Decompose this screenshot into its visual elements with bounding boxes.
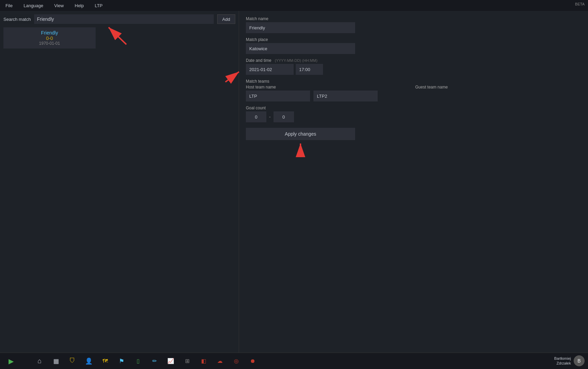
goal-away-input[interactable] (274, 111, 294, 122)
teams-label-row: Host team name Guest team name (246, 85, 581, 90)
user-name: BartłomiejZdrzałek (554, 356, 571, 366)
match-item-name: Friendly (8, 30, 92, 36)
record-icon[interactable]: ⏺ (247, 356, 258, 367)
match-name-label: Match name (246, 16, 581, 21)
grid-icon[interactable]: ▦ (51, 356, 61, 367)
match-name-input[interactable] (246, 22, 355, 33)
match-item-score: 0-0 (8, 36, 92, 41)
table-icon[interactable]: ⊞ (182, 356, 193, 367)
shield-icon[interactable]: ⛉ (67, 356, 78, 367)
datetime-label: Date and time (246, 58, 271, 63)
search-label: Search match (3, 17, 31, 22)
match-place-group: Match place (246, 37, 581, 54)
time-input[interactable] (296, 64, 323, 75)
match-place-input[interactable] (246, 43, 355, 54)
goal-separator: - (269, 114, 271, 120)
date-input[interactable] (246, 64, 294, 75)
apply-changes-button[interactable]: Apply changes (246, 128, 355, 140)
match-teams-label: Match teams (246, 79, 581, 84)
teams-section: Match teams Host team name Guest team na… (246, 79, 581, 101)
menu-language[interactable]: Language (22, 2, 45, 10)
match-list-item[interactable]: Friendly 0-0 1970-01-01 (3, 27, 96, 49)
datetime-label-row: Date and time (YYYY-MM-DD) (HH:MM) (246, 58, 581, 63)
bottom-bar: ▶ ⌂ ▦ ⛉ 👤 🗺 ⚑ ▯ ✏ 📈 ⊞ ◧ ☁ ◎ ⏺ Bartłomiej… (0, 353, 588, 369)
layers-icon[interactable]: ◧ (198, 356, 209, 367)
left-panel: Search match Add Friendly 0-0 1970-01-01 (0, 11, 239, 353)
card-icon[interactable]: ▯ (132, 356, 143, 367)
play-icon[interactable]: ▶ (5, 356, 16, 367)
cloud-icon[interactable]: ☁ (214, 356, 225, 367)
goal-row: - (246, 111, 581, 122)
main-container: Search match Add Friendly 0-0 1970-01-01… (0, 11, 588, 353)
datetime-format: (YYYY-MM-DD) (HH:MM) (275, 58, 318, 63)
chart-icon[interactable]: 📈 (165, 356, 176, 367)
pencil-icon[interactable]: ✏ (149, 356, 160, 367)
goal-section: Goal count - (246, 106, 581, 122)
target-icon[interactable]: ◎ (231, 356, 242, 367)
beta-label: BETA (575, 2, 585, 6)
map-icon[interactable]: 🗺 (100, 356, 111, 367)
right-panel: Match name Match place Date and time (YY… (239, 11, 588, 353)
menu-file[interactable]: File (3, 2, 15, 10)
match-item-date: 1970-01-01 (8, 41, 92, 46)
add-button[interactable]: Add (217, 14, 235, 24)
goal-home-input[interactable] (246, 111, 266, 122)
match-name-group: Match name (246, 16, 581, 33)
home-icon[interactable]: ⌂ (34, 356, 45, 367)
person-icon[interactable]: 👤 (83, 356, 94, 367)
teams-input-row (246, 91, 355, 101)
datetime-row (246, 64, 581, 75)
flag-icon[interactable]: ⚑ (116, 356, 127, 367)
guest-team-label: Guest team name (415, 85, 581, 90)
host-team-label: Host team name (246, 85, 412, 90)
guest-team-input[interactable] (313, 91, 378, 101)
user-info: BartłomiejZdrzałek B (554, 355, 585, 366)
user-avatar: B (574, 355, 585, 366)
match-place-label: Match place (246, 37, 581, 42)
search-input[interactable] (34, 14, 214, 24)
host-team-input[interactable] (246, 91, 310, 101)
search-bar: Search match Add (3, 14, 235, 24)
goal-count-label: Goal count (246, 106, 581, 110)
menu-view[interactable]: View (52, 2, 66, 10)
menu-help[interactable]: Help (73, 2, 86, 10)
menu-bar: File Language View Help LTP BETA (0, 0, 588, 11)
datetime-group: Date and time (YYYY-MM-DD) (HH:MM) (246, 58, 581, 75)
menu-ltp[interactable]: LTP (93, 2, 105, 10)
